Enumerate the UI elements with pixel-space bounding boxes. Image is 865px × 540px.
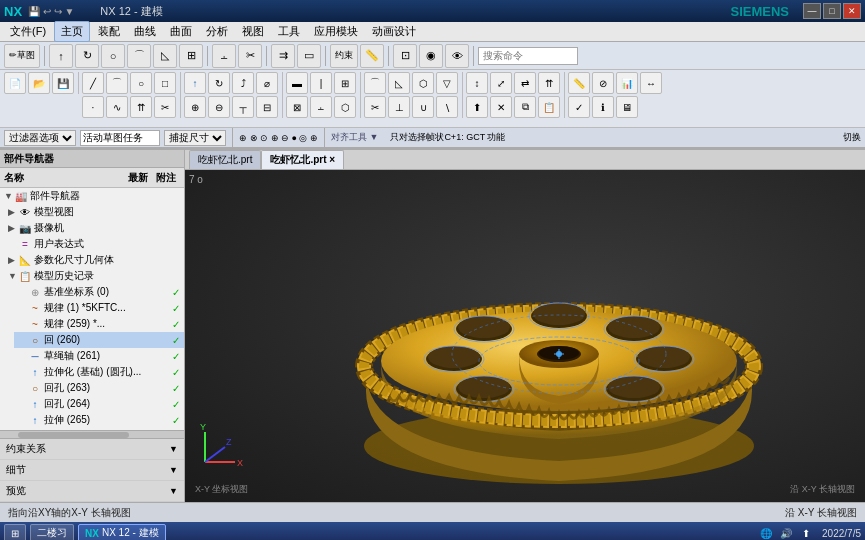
tb-trim-body[interactable]: ✂ — [364, 96, 386, 118]
tb-face[interactable]: ▭ — [297, 44, 321, 68]
tb-section[interactable]: ⊘ — [592, 72, 614, 94]
close-button[interactable]: ✕ — [843, 3, 861, 19]
tb-taper[interactable]: ▽ — [436, 72, 458, 94]
tb-open[interactable]: 📂 — [28, 72, 50, 94]
tree-param-geom[interactable]: ▶ 📐 参数化尺寸几何体 — [4, 252, 184, 268]
tb-replace-face[interactable]: ⇄ — [514, 72, 536, 94]
tb-blend[interactable]: ⌀ — [256, 72, 278, 94]
tb-copy-face[interactable]: ⧉ — [514, 96, 536, 118]
start-button[interactable]: ⊞ — [4, 524, 26, 540]
menu-assembly[interactable]: 装配 — [92, 22, 126, 41]
tb-offset-face[interactable]: ⇈ — [538, 72, 560, 94]
tb-analyze[interactable]: 📊 — [616, 72, 638, 94]
tb-point[interactable]: · — [82, 96, 104, 118]
menu-animation[interactable]: 动画设计 — [366, 22, 422, 41]
menu-app-module[interactable]: 应用模块 — [308, 22, 364, 41]
vp-tab-2[interactable]: 吃虾忆北.prt × — [261, 150, 344, 169]
section-constraints-header[interactable]: 约束关系 ▼ — [0, 439, 184, 459]
tb-delete-face[interactable]: ✕ — [490, 96, 512, 118]
tree-root[interactable]: ▼ 🏭 部件导航器 — [0, 188, 184, 204]
tb-revolve2[interactable]: ↻ — [208, 72, 230, 94]
tree-expressions[interactable]: ▶ = 用户表达式 — [4, 236, 184, 252]
tb-resize-face[interactable]: ⤢ — [490, 72, 512, 94]
tree-datum-csys[interactable]: ▶ ⊕ 基准坐标系 (0) ✓ — [14, 284, 184, 300]
tb-trim[interactable]: ✂ — [238, 44, 262, 68]
filter-select[interactable]: 过滤器选项 — [4, 130, 76, 146]
tb-datum-axis[interactable]: | — [310, 72, 332, 94]
viewport-canvas[interactable]: 7 o — [185, 170, 865, 502]
tb-check[interactable]: ✓ — [568, 96, 590, 118]
tb-arc[interactable]: ⌒ — [106, 72, 128, 94]
tb-pattern2[interactable]: ⊠ — [286, 96, 308, 118]
tb-edge-blend[interactable]: ⌒ — [364, 72, 386, 94]
tb-chamfer[interactable]: ◺ — [153, 44, 177, 68]
tree-history[interactable]: ▼ 📋 模型历史记录 — [4, 268, 184, 284]
tree-scrollbar[interactable] — [0, 430, 184, 438]
maximize-button[interactable]: □ — [823, 3, 841, 19]
tb-shading[interactable]: ◉ — [419, 44, 443, 68]
tb-info[interactable]: ℹ — [592, 96, 614, 118]
tb-circle[interactable]: ○ — [130, 72, 152, 94]
vp-tab-1[interactable]: 吃虾忆北.prt — [189, 150, 261, 169]
menu-view[interactable]: 视图 — [236, 22, 270, 41]
snap-select[interactable]: 捕捉尺寸 — [164, 130, 226, 146]
tb-line[interactable]: ╱ — [82, 72, 104, 94]
tree-camera[interactable]: ▶ 📷 摄像机 — [4, 220, 184, 236]
tree-item-265[interactable]: ▶ ↑ 拉伸 (265) ✓ — [14, 412, 184, 428]
filter-input[interactable] — [80, 130, 160, 146]
tb-extrude[interactable]: ↑ — [49, 44, 73, 68]
tb-mirror[interactable]: ⫠ — [212, 44, 236, 68]
tree-rule2[interactable]: ▶ ~ 规律 (259) *... ✓ — [14, 316, 184, 332]
tb-display[interactable]: 🖥 — [616, 96, 638, 118]
section-preview-header[interactable]: 预览 ▼ — [0, 481, 184, 501]
tree-scrollbar-thumb[interactable] — [18, 432, 128, 438]
tree-item-263[interactable]: ▶ ○ 回孔 (263) ✓ — [14, 380, 184, 396]
tb-group-feature[interactable]: ⬡ — [334, 96, 356, 118]
tb-sweep[interactable]: ⤴ — [232, 72, 254, 94]
tb-shell[interactable]: ⬡ — [412, 72, 434, 94]
tb-pull-face[interactable]: ⬆ — [466, 96, 488, 118]
tb-view-orient[interactable]: ⊡ — [393, 44, 417, 68]
tb-spline[interactable]: ∿ — [106, 96, 128, 118]
taskbar-nx[interactable]: NX NX 12 - 建模 — [78, 524, 166, 540]
tb-chamfer2[interactable]: ◺ — [388, 72, 410, 94]
tb-save[interactable]: 💾 — [52, 72, 74, 94]
tb-constraint[interactable]: 约束 — [330, 44, 358, 68]
menu-curve[interactable]: 曲线 — [128, 22, 162, 41]
tb-pattern[interactable]: ⊞ — [179, 44, 203, 68]
tb-clearance[interactable]: ↔ — [640, 72, 662, 94]
tb-combine[interactable]: ∪ — [412, 96, 434, 118]
tb-offset-curve[interactable]: ⇈ — [130, 96, 152, 118]
tb-slot[interactable]: ⊟ — [256, 96, 278, 118]
tb-boss[interactable]: ⊕ — [184, 96, 206, 118]
tb-move-face[interactable]: ↕ — [466, 72, 488, 94]
tb-rect[interactable]: □ — [154, 72, 176, 94]
tb-hole[interactable]: ○ — [101, 44, 125, 68]
menu-surface[interactable]: 曲面 — [164, 22, 198, 41]
tb-extrude2[interactable]: ↑ — [184, 72, 206, 94]
tb-rib[interactable]: ┬ — [232, 96, 254, 118]
tree-model-views[interactable]: ▶ 👁 模型视图 — [4, 204, 184, 220]
tb-split[interactable]: ⊥ — [388, 96, 410, 118]
taskbar-app-1[interactable]: 二楼习 — [30, 524, 74, 540]
tb-measure2[interactable]: 📏 — [568, 72, 590, 94]
tree-rule1[interactable]: ▶ ~ 规律 (1) *5KFTC... ✓ — [14, 300, 184, 316]
menu-tools[interactable]: 工具 — [272, 22, 306, 41]
tb-paste-face[interactable]: 📋 — [538, 96, 560, 118]
tb-new[interactable]: 📄 — [4, 72, 26, 94]
tree-item-260[interactable]: ▶ ○ 回 (260) ✓ — [14, 332, 184, 348]
tb-subtract[interactable]: ∖ — [436, 96, 458, 118]
minimize-button[interactable]: — — [803, 3, 821, 19]
tb-datum-plane[interactable]: ▬ — [286, 72, 308, 94]
tb-sketch[interactable]: ✏草图 — [4, 44, 40, 68]
search-input[interactable] — [478, 47, 578, 65]
tb-hide[interactable]: 👁 — [445, 44, 469, 68]
menu-file[interactable]: 文件(F) — [4, 22, 52, 41]
menu-analysis[interactable]: 分析 — [200, 22, 234, 41]
tb-measure[interactable]: 📏 — [360, 44, 384, 68]
tb-fillet[interactable]: ⌒ — [127, 44, 151, 68]
tb-revolve[interactable]: ↻ — [75, 44, 99, 68]
section-details-header[interactable]: 细节 ▼ — [0, 460, 184, 480]
tb-trim-curve[interactable]: ✂ — [154, 96, 176, 118]
tb-mirror2[interactable]: ⫠ — [310, 96, 332, 118]
